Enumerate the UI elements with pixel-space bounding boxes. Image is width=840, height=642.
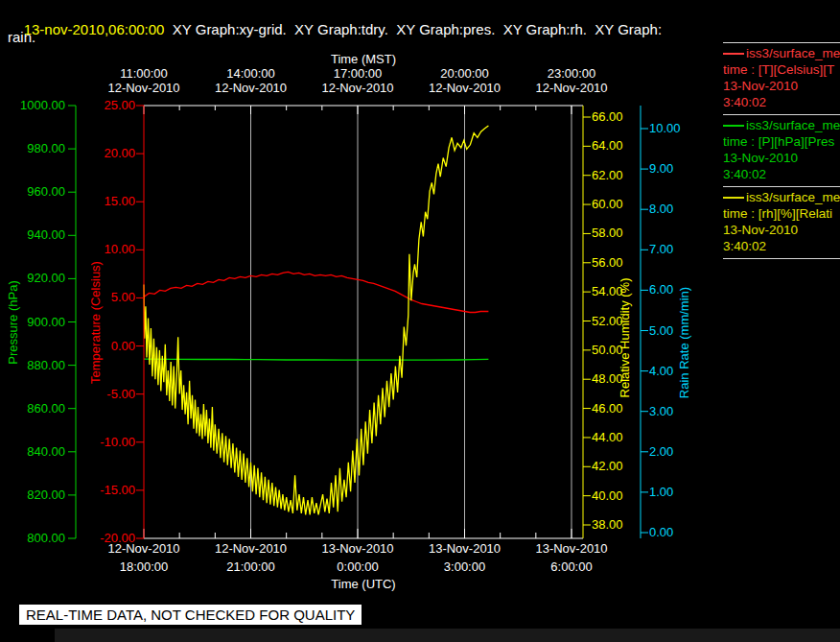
series-line-swatch xyxy=(723,125,744,127)
legend-field: time : [rh][%][Relati xyxy=(723,205,840,222)
legend-date: 13-Nov-2010 xyxy=(723,222,840,238)
series-line-swatch xyxy=(723,53,744,55)
legend-panel: iss3/surface_me time : [T][Celsius][T 13… xyxy=(723,42,840,259)
legend-entry-tdry[interactable]: iss3/surface_me time : [T][Celsius][T 13… xyxy=(723,42,840,114)
status-banner: REAL-TIME DATA, NOT CHECKED FOR QUALITY xyxy=(19,605,362,625)
legend-field: time : [T][Celsius][T xyxy=(723,61,840,78)
series-line-swatch xyxy=(723,197,744,199)
legend-field: time : [P][hPa][Pres xyxy=(723,133,840,150)
legend-series-name: iss3/surface_me xyxy=(746,46,840,60)
legend-time: 3:40:02 xyxy=(723,94,840,110)
legend-date: 13-Nov-2010 xyxy=(723,150,840,166)
legend-series-name: iss3/surface_me xyxy=(746,118,840,132)
xy-plot-canvas[interactable] xyxy=(0,0,840,642)
legend-entry-rh[interactable]: iss3/surface_me time : [rh][%][Relati 13… xyxy=(723,186,840,258)
legend-entry-pres[interactable]: iss3/surface_me time : [P][hPa][Pres 13-… xyxy=(723,114,840,186)
legend-date: 13-Nov-2010 xyxy=(723,78,840,94)
legend-time: 3:40:02 xyxy=(723,238,840,254)
xy-graph-window: 13-nov-2010,06:00:00 XY Graph:xy-grid. X… xyxy=(0,0,840,642)
legend-series-name: iss3/surface_me xyxy=(746,190,840,204)
legend-time: 3:40:02 xyxy=(723,166,840,182)
